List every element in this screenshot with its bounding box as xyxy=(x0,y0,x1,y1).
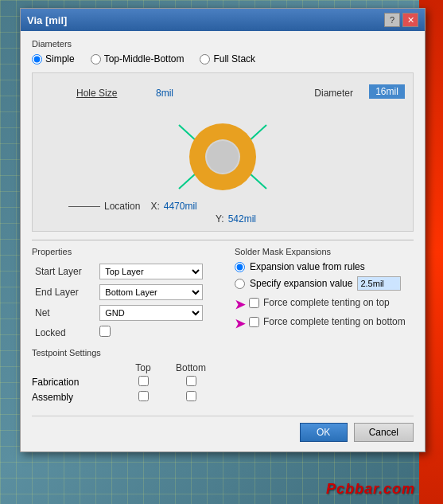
fabrication-bottom-cell xyxy=(167,376,215,389)
diameters-row: Simple Top-Middle-Bottom Full Stack xyxy=(32,53,414,64)
radio-full-stack: Full Stack xyxy=(200,53,255,64)
radio-simple: Simple xyxy=(32,53,75,64)
radio-tmb-label: Top-Middle-Bottom xyxy=(104,53,185,64)
tenting-bottom-row: Force complete tenting on bottom xyxy=(249,316,406,327)
via-svg-container xyxy=(143,109,302,207)
watermark-text: Pcbbar.com xyxy=(326,481,415,497)
left-panel: Properties Start Layer Top Layer Bottom … xyxy=(32,247,223,406)
assembly-top-cell xyxy=(119,391,167,404)
expansion-from-rules-row: Expansion value from rules xyxy=(235,261,414,272)
fabrication-top-cell xyxy=(119,376,167,389)
locked-checkbox[interactable] xyxy=(99,326,111,337)
fabrication-bottom-checkbox[interactable] xyxy=(186,376,196,386)
radio-fullstack-label: Full Stack xyxy=(213,53,255,64)
tenting-top-row: Force complete tenting on top xyxy=(249,297,390,308)
assembly-bottom-checkbox[interactable] xyxy=(186,391,196,401)
title-bar-buttons: ? ✕ xyxy=(384,13,418,27)
fabrication-label: Fabrication xyxy=(32,377,119,388)
assembly-row: Assembly xyxy=(32,391,223,404)
testpoint-section: Testpoint Settings Top Bottom Fabricatio… xyxy=(32,348,223,404)
radio-simple-input[interactable] xyxy=(32,54,42,64)
tenting-bottom-arrow: ➤ xyxy=(235,316,245,331)
testpoint-col-top: Top xyxy=(119,362,167,373)
fabrication-top-checkbox[interactable] xyxy=(138,376,149,386)
locked-row: Locked xyxy=(32,323,223,342)
close-button[interactable]: ✕ xyxy=(402,13,418,27)
expansion-from-rules-label: Expansion value from rules xyxy=(250,261,365,272)
net-cell: GND VDD xyxy=(96,303,223,323)
assembly-bottom-cell xyxy=(167,391,215,404)
start-layer-cell: Top Layer Bottom Layer xyxy=(96,261,223,282)
right-panel: Solder Mask Expansions Expansion value f… xyxy=(235,247,414,406)
properties-label: Properties xyxy=(32,247,223,256)
start-layer-label: Start Layer xyxy=(32,261,96,282)
assembly-top-checkbox[interactable] xyxy=(138,391,149,401)
diameter-value: 16mil xyxy=(369,84,405,99)
via-hole-fill xyxy=(207,141,239,173)
via-svg xyxy=(143,109,302,205)
watermark: Pcbbar.com xyxy=(326,481,415,498)
solder-mask-label: Solder Mask Expansions xyxy=(235,247,414,256)
tenting-bottom-checkbox[interactable] xyxy=(249,317,259,327)
locked-label: Locked xyxy=(32,323,96,342)
diameter-label: Diameter xyxy=(314,88,353,99)
via-diagram-area: Hole Size 8mil Diameter 16mil xyxy=(32,72,414,232)
expansion-from-rules-radio[interactable] xyxy=(235,262,245,272)
help-button[interactable]: ? xyxy=(384,13,400,27)
specify-expansion-row: Specify expansion value xyxy=(235,276,414,291)
start-layer-select[interactable]: Top Layer Bottom Layer xyxy=(99,264,203,279)
net-label: Net xyxy=(32,303,96,323)
tenting-top-label: Force complete tenting on top xyxy=(263,297,390,308)
radio-top-middle-bottom: Top-Middle-Bottom xyxy=(91,53,185,64)
radio-fullstack-input[interactable] xyxy=(200,54,210,64)
location-x-value: 4470mil xyxy=(164,201,197,212)
tenting-top-arrow: ➤ xyxy=(235,297,245,312)
tenting-bottom-row-wrapper: ➤ Force complete tenting on bottom xyxy=(235,316,414,331)
tenting-top-row-wrapper: ➤ Force complete tenting on top xyxy=(235,297,414,312)
assembly-label: Assembly xyxy=(32,392,119,403)
end-layer-cell: Top Layer Bottom Layer xyxy=(96,282,223,303)
radio-tmb-input[interactable] xyxy=(91,54,101,64)
dialog-buttons: OK Cancel xyxy=(32,416,414,442)
testpoint-header: Top Bottom xyxy=(32,362,223,373)
location-y-value: 542mil xyxy=(228,213,256,225)
specify-expansion-label: Specify expansion value xyxy=(250,278,352,289)
diameters-label: Diameters xyxy=(32,39,414,49)
title-bar: Via [mil] ? ✕ xyxy=(21,9,425,31)
net-row: Net GND VDD xyxy=(32,303,223,323)
lower-section: Properties Start Layer Top Layer Bottom … xyxy=(32,247,414,406)
via-dialog: Via [mil] ? ✕ Diameters Simple Top-Middl… xyxy=(20,8,426,452)
location-x-label: X: xyxy=(150,201,159,212)
tenting-section: ➤ Force complete tenting on top ➤ Force … xyxy=(235,297,414,331)
hole-size-text: Hole Size xyxy=(76,88,117,99)
cancel-button[interactable]: Cancel xyxy=(354,423,414,442)
testpoint-col-empty xyxy=(32,362,119,373)
tenting-top-checkbox[interactable] xyxy=(249,298,259,308)
location-container: Location X: 4470mil Y: 542mil xyxy=(68,201,256,225)
separator-1 xyxy=(32,240,414,240)
end-layer-label: End Layer xyxy=(32,282,96,303)
hole-size-label: Hole Size xyxy=(76,88,117,99)
hole-size-value: 8mil xyxy=(156,88,173,99)
end-layer-row: End Layer Top Layer Bottom Layer xyxy=(32,282,223,303)
testpoint-col-bottom: Bottom xyxy=(167,362,215,373)
radio-simple-label: Simple xyxy=(45,53,75,64)
dialog-title: Via [mil] xyxy=(27,14,67,26)
fabrication-row: Fabrication xyxy=(32,376,223,389)
ok-button[interactable]: OK xyxy=(300,423,348,442)
end-layer-select[interactable]: Top Layer Bottom Layer xyxy=(99,284,203,300)
start-layer-row: Start Layer Top Layer Bottom Layer xyxy=(32,261,223,282)
testpoint-label: Testpoint Settings xyxy=(32,348,223,357)
location-y-label: Y: xyxy=(216,213,224,225)
properties-table: Start Layer Top Layer Bottom Layer End L… xyxy=(32,261,223,342)
specify-expansion-radio[interactable] xyxy=(235,279,245,289)
location-label: Location xyxy=(104,201,140,212)
net-select[interactable]: GND VDD xyxy=(99,305,203,321)
locked-cell xyxy=(96,323,223,342)
dialog-content: Diameters Simple Top-Middle-Bottom Full … xyxy=(21,31,425,451)
diameters-section: Diameters Simple Top-Middle-Bottom Full … xyxy=(32,39,414,64)
expansion-value-input[interactable] xyxy=(357,276,401,291)
tenting-bottom-label: Force complete tenting on bottom xyxy=(263,316,406,327)
